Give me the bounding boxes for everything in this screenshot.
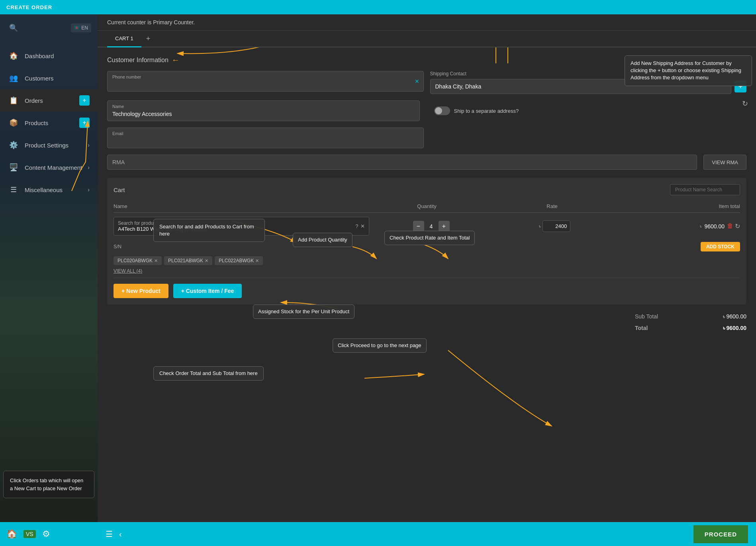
menu-icon[interactable]: ☰ xyxy=(106,529,113,539)
product-search-input[interactable] xyxy=(670,184,740,195)
dashboard-icon: 🏠 xyxy=(8,50,19,61)
email-label: Email xyxy=(112,131,419,136)
sn-row: S/N ADD STOCK xyxy=(114,240,740,254)
item-total-value: 9600.00 xyxy=(704,223,725,230)
rate-input[interactable] xyxy=(543,220,570,232)
sub-total-label: Sub Total xyxy=(635,313,658,320)
shipping-contact-select[interactable]: Dhaka City, Dhaka xyxy=(430,79,732,94)
cart-tab-1[interactable]: CART 1 xyxy=(107,31,141,47)
stock-tag-value: PLC021ABWGK xyxy=(168,258,203,263)
products-add-button[interactable]: + xyxy=(79,118,90,128)
stock-tag-value: PLC022ABWGK xyxy=(219,258,254,263)
cart-section: Cart Name Quantity Rate Item total xyxy=(107,178,746,304)
email-field: Email xyxy=(107,128,424,148)
stock-tag-3: PLC022ABWGK ✕ xyxy=(215,256,263,265)
ship-separate-label: Ship to a separate address? xyxy=(454,108,519,114)
sidebar-item-label: Content Management xyxy=(25,164,88,171)
close-icon[interactable]: ✕ xyxy=(360,223,365,229)
add-tab-button[interactable]: + xyxy=(141,31,155,46)
view-all-stock[interactable]: VIEW ALL (4) xyxy=(114,268,740,274)
sidebar-item-label: Product Settings xyxy=(25,142,88,149)
vs-bottom-icon[interactable]: VS xyxy=(24,530,36,538)
orders-add-button[interactable]: + xyxy=(79,95,90,106)
stock-tag-remove-2[interactable]: ✕ xyxy=(205,258,208,263)
total-row: Total ৳ 9600.00 xyxy=(635,322,746,334)
sidebar-item-orders[interactable]: 📋 Orders + xyxy=(0,89,98,112)
ship-separate-toggle[interactable] xyxy=(434,106,450,115)
bottom-toolbar: ☰ ‹ PROCEED xyxy=(98,522,756,546)
top-bar: CREATE ORDER xyxy=(0,0,756,14)
totals-table: Sub Total ৳ 9600.00 Total ৳ 9600.00 xyxy=(635,311,746,334)
home-bottom-icon[interactable]: 🏠 xyxy=(6,529,17,539)
phone-label: Phone number xyxy=(112,75,419,79)
sidebar-item-label: Dashboard xyxy=(25,53,90,59)
name-input[interactable] xyxy=(112,111,415,117)
shipping-add-button[interactable]: + xyxy=(734,81,746,92)
rma-select[interactable]: RMA xyxy=(107,155,697,170)
qty-decrease-button[interactable]: − xyxy=(413,221,424,232)
counter-bar: Current counter is Primary Counter. xyxy=(98,14,756,31)
sidebar-header: 🔍 🇧🇩 EN xyxy=(0,14,98,41)
chevron-icon: › xyxy=(88,142,90,148)
form-area: ↻ Customer Information ← Phone number ✕ … xyxy=(98,47,756,522)
total-currency: ৳ xyxy=(700,223,702,230)
email-input[interactable] xyxy=(112,138,419,144)
stock-tags: PLC020ABWGK ✕ PLC021ABWGK ✕ PLC022ABWGK … xyxy=(114,256,740,265)
top-bar-title: CREATE ORDER xyxy=(6,4,52,10)
proceed-button[interactable]: PROCEED xyxy=(693,525,748,543)
product-settings-icon: ⚙️ xyxy=(8,139,19,151)
phone-field: Phone number ✕ xyxy=(107,71,424,92)
sidebar-bottom: 🏠 VS ⚙ xyxy=(0,522,98,546)
stock-tag-remove-1[interactable]: ✕ xyxy=(154,258,158,263)
cart-actions: + New Product + Custom Item / Fee xyxy=(114,284,740,298)
view-rma-button[interactable]: VIEW RMA xyxy=(703,155,746,170)
counter-text: Current counter is Primary Counter. xyxy=(107,19,195,26)
phone-clear-icon[interactable]: ✕ xyxy=(415,78,419,84)
col-header-total: Item total xyxy=(615,203,740,209)
qty-increase-button[interactable]: + xyxy=(439,221,450,232)
sidebar-item-customers[interactable]: 👥 Customers xyxy=(0,67,98,89)
name-label: Name xyxy=(112,104,415,109)
sidebar: 🔍 🇧🇩 EN 🏠 Dashboard 👥 Customers 📋 Orders… xyxy=(0,14,98,546)
refresh-button[interactable]: ↻ xyxy=(742,99,748,108)
custom-item-button[interactable]: + Custom Item / Fee xyxy=(173,284,242,298)
sidebar-item-miscellaneous[interactable]: ☰ Miscellaneous › xyxy=(0,179,98,201)
new-product-button[interactable]: + New Product xyxy=(114,284,168,298)
qty-value: 4 xyxy=(427,223,435,230)
stock-tag-1: PLC020ABWGK ✕ xyxy=(114,256,162,265)
back-icon[interactable]: ‹ xyxy=(119,530,122,539)
product-name-value: A4Tech B120 Wired Gaming Keyboard xyxy=(118,226,207,232)
cart-table-header: Name Quantity Rate Item total xyxy=(114,200,740,213)
refresh-item-button[interactable]: ↻ xyxy=(735,222,740,230)
sidebar-item-products[interactable]: 📦 Products + xyxy=(0,112,98,134)
sub-total-row: Sub Total ৳ 9600.00 xyxy=(635,311,746,322)
stock-tag-remove-3[interactable]: ✕ xyxy=(255,258,259,263)
orders-tooltip-text: Click Orders tab which will open a New C… xyxy=(10,477,83,491)
arrow-indicator: ← xyxy=(172,55,180,65)
content-management-icon: 🖥️ xyxy=(8,162,19,173)
add-stock-button[interactable]: ADD STOCK xyxy=(701,242,740,251)
settings-bottom-icon[interactable]: ⚙ xyxy=(42,529,50,539)
name-field-group: Name xyxy=(107,100,420,121)
miscellaneous-icon: ☰ xyxy=(8,184,19,195)
sidebar-item-label: Orders xyxy=(25,97,78,104)
rate-field: ৳ xyxy=(493,220,617,232)
help-icon[interactable]: ? xyxy=(355,223,358,229)
product-name-field: Search for product A4Tech B120 Wired Gam… xyxy=(114,217,369,236)
sidebar-item-product-settings[interactable]: ⚙️ Product Settings › xyxy=(0,134,98,156)
sidebar-item-label: Customers xyxy=(25,75,90,82)
item-total: ৳ 9600.00 🗑 ↻ xyxy=(617,222,740,230)
sidebar-item-label: Miscellaneous xyxy=(25,187,88,193)
phone-input[interactable] xyxy=(112,81,419,88)
orders-icon: 📋 xyxy=(8,95,19,106)
lang-badge[interactable]: 🇧🇩 EN xyxy=(71,24,91,32)
delete-item-button[interactable]: 🗑 xyxy=(727,222,733,230)
phone-field-group: Phone number ✕ xyxy=(107,71,424,94)
col-header-name: Name xyxy=(114,203,364,209)
chevron-icon: › xyxy=(88,187,90,193)
sidebar-item-dashboard[interactable]: 🏠 Dashboard xyxy=(0,45,98,67)
customer-info-label: Customer Information xyxy=(107,57,168,64)
sidebar-item-content-management[interactable]: 🖥️ Content Management › xyxy=(0,156,98,179)
search-button[interactable]: 🔍 xyxy=(6,21,21,35)
email-field-group: Email xyxy=(107,128,424,148)
